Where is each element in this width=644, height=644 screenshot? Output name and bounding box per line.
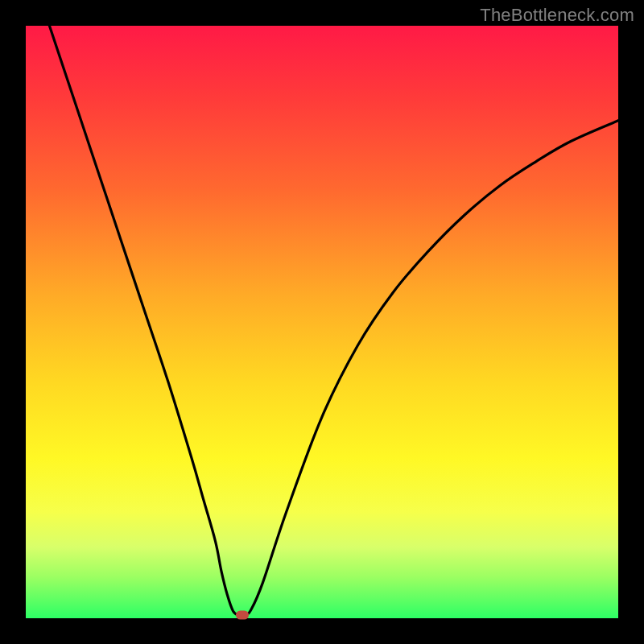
watermark-label: TheBottleneck.com: [480, 5, 634, 26]
bottleneck-curve: [49, 26, 618, 616]
chart-frame: TheBottleneck.com: [0, 0, 644, 644]
optimum-marker: [236, 611, 249, 620]
plot-area: [26, 26, 618, 618]
curve-svg: [26, 26, 618, 618]
